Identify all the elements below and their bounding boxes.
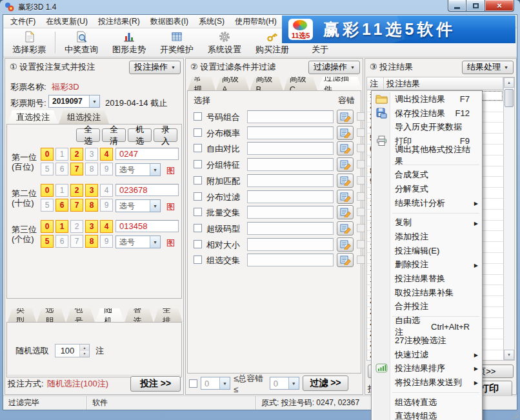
column-header-result[interactable]: 投注结果 [384, 77, 503, 90]
stepper-up-icon[interactable]: ▲ [80, 345, 89, 351]
toolbar-button-图形走势[interactable]: 图形走势 [105, 28, 153, 57]
menu-item-分解复式[interactable]: 分解复式 [372, 182, 481, 196]
filter-checkbox[interactable] [194, 255, 202, 264]
random-count-stepper[interactable]: 100 ▲▼ [55, 344, 90, 357]
filter-checkbox[interactable] [194, 128, 202, 137]
digit-cell-4[interactable]: 4 [100, 148, 113, 161]
mode-tab-智选[interactable]: 智选 [125, 308, 153, 322]
chevron-down-icon[interactable] [150, 236, 160, 248]
filter-input[interactable] [247, 190, 334, 203]
filter-checkbox[interactable] [194, 176, 202, 185]
filter-tab-常规[interactable]: 常规 [188, 77, 215, 90]
digit-cell-2[interactable]: 2 [70, 184, 83, 197]
filter-tab-过滤插件[interactable]: 过滤插件 [318, 77, 362, 90]
digit-cell-3[interactable]: 3 [85, 148, 98, 161]
chevron-down-icon[interactable] [219, 377, 230, 389]
stepper-down-icon[interactable]: ▼ [80, 351, 89, 357]
digit-cell-6[interactable]: 6 [55, 163, 68, 175]
digit-cell-4[interactable]: 4 [100, 220, 113, 233]
menubar-item-6[interactable]: 使用帮助(H) [230, 15, 282, 28]
digit-cell-4[interactable]: 4 [100, 184, 113, 197]
digit-chart-link[interactable]: 图 [166, 165, 175, 177]
digit-cell-5[interactable]: 5 [41, 163, 54, 175]
digit-cell-7[interactable]: 7 [70, 235, 83, 248]
filter-edit-button[interactable] [337, 190, 354, 204]
select-method-combobox[interactable]: 选号 [115, 163, 161, 176]
title-bar[interactable]: 赢彩3D 1.4 × [0, 0, 520, 14]
filter-input[interactable] [247, 222, 334, 235]
filter-tab-高级B[interactable]: 高级B [250, 77, 283, 90]
menubar-item-2[interactable]: 在线更新(U) [41, 15, 93, 28]
filter-input[interactable] [247, 126, 334, 139]
toolbar-button-系统设置[interactable]: 系统设置 [201, 28, 248, 57]
filter-edit-button[interactable] [337, 110, 354, 124]
filter-edit-button[interactable] [337, 126, 354, 140]
filter-edit-button[interactable] [337, 174, 354, 188]
tolerance-max-combobox[interactable]: 0 [270, 377, 299, 390]
filter-edit-button[interactable] [337, 237, 354, 252]
mode-tab-选胆[interactable]: 选胆 [37, 308, 65, 322]
digit-cell-9[interactable]: 9 [100, 163, 113, 175]
digit-cell-2[interactable]: 2 [70, 220, 83, 233]
filter-tab-高级A[interactable]: 高级A [216, 77, 249, 90]
filter-checkbox[interactable] [194, 208, 202, 216]
digit-input[interactable]: 0247 [115, 148, 179, 160]
menu-item-删除投注[interactable]: 删除投注▶ [372, 258, 481, 272]
digit-cell-6[interactable]: 6 [55, 235, 68, 248]
result-scrollbar[interactable]: ▲ ▼ [503, 77, 514, 360]
filter-edit-button[interactable] [337, 205, 354, 219]
menu-item-投注结果替换[interactable]: 投注结果替换 [372, 272, 481, 286]
digit-chart-link[interactable]: 图 [166, 201, 175, 213]
tolerance-min-combobox[interactable]: 0 [201, 377, 230, 390]
minimize-button[interactable] [448, 0, 466, 12]
menu-item-将投注结果发送到[interactable]: 将投注结果发送到▶ [372, 375, 481, 390]
filter-input[interactable] [247, 158, 334, 171]
menubar-item-1[interactable]: 文件(F) [5, 15, 41, 28]
menu-item-调出其他格式投注结果[interactable]: 调出其他格式投注结果 [372, 148, 481, 163]
digit-cell-3[interactable]: 3 [85, 220, 98, 233]
mode-tab-包号[interactable]: 包号 [66, 308, 95, 322]
digit-cell-0[interactable]: 0 [41, 148, 54, 161]
close-button[interactable]: × [485, 0, 514, 12]
menubar-item-3[interactable]: 投注结果(R) [93, 15, 145, 28]
menubar-item-4[interactable]: 数据图表(I) [145, 15, 194, 28]
digit-cell-1[interactable]: 1 [55, 220, 68, 233]
tab-组选投注[interactable]: 组选投注 [59, 110, 109, 124]
column-header-index[interactable]: 注号 [367, 77, 384, 90]
digit-cell-1[interactable]: 1 [55, 148, 68, 161]
filter-input[interactable] [247, 142, 334, 155]
filter-input[interactable] [247, 206, 334, 219]
digit-input[interactable]: 023678 [115, 184, 179, 196]
select-method-combobox[interactable]: 选号 [115, 199, 161, 212]
menu-item-添加投注[interactable]: 添加投注 [372, 230, 481, 244]
mode-tab-随机[interactable]: 随机 [95, 308, 124, 322]
digit-cell-1[interactable]: 1 [55, 184, 68, 197]
toolbar-button-选择彩票[interactable]: 选择彩票 [5, 28, 53, 57]
menu-item-导入历史开奖数据[interactable]: 导入历史开奖数据 [372, 120, 481, 134]
filter-input[interactable] [247, 174, 334, 187]
filter-checkbox[interactable] [194, 224, 202, 232]
filter-checkbox[interactable] [194, 112, 202, 121]
menu-item-27注校验选注[interactable]: 27注校验选注 [372, 334, 481, 348]
chevron-down-icon[interactable] [150, 164, 160, 175]
menu-item-组选转直选[interactable]: 组选转直选 [372, 395, 481, 410]
filter-actions-menu-button[interactable]: 过滤操作 [308, 61, 360, 74]
filter-submit-button[interactable]: 过滤 >> [303, 375, 348, 391]
menu-item-直选转组选[interactable]: 直选转组选 [372, 409, 481, 420]
filter-input[interactable] [247, 254, 334, 266]
bet-submit-button[interactable]: 投注 >> [130, 376, 181, 392]
digit-button-全清[interactable]: 全清 [102, 128, 126, 142]
scroll-up-icon[interactable]: ▲ [504, 77, 514, 88]
digit-cell-7[interactable]: 7 [70, 163, 83, 175]
digit-cell-7[interactable]: 7 [70, 199, 83, 212]
result-actions-menu-button[interactable]: 结果处理 [462, 61, 514, 74]
menubar-item-5[interactable]: 系统(S) [194, 15, 230, 28]
toolbar-button-开奖维护[interactable]: 开奖维护 [153, 28, 201, 57]
filter-checkbox[interactable] [194, 144, 202, 152]
menu-item-投注编辑(E)[interactable]: 投注编辑(E) [372, 244, 481, 258]
maximize-button[interactable] [466, 0, 485, 12]
menu-item-快速过滤[interactable]: 快速过滤▶ [372, 348, 481, 362]
menu-item-合并投注[interactable]: 合并投注 [372, 300, 481, 314]
scroll-down-icon[interactable]: ▼ [504, 350, 514, 360]
scrollbar-thumb[interactable] [505, 89, 514, 107]
